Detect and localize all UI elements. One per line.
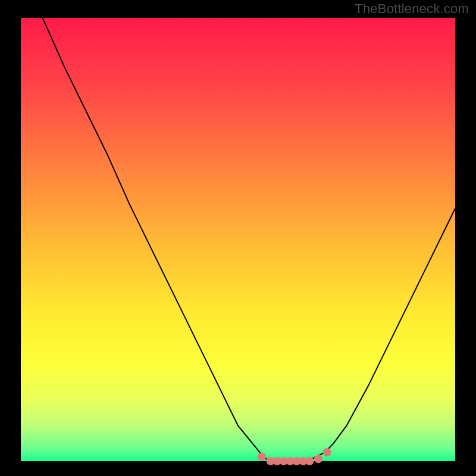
bottleneck-chart (0, 0, 476, 476)
attribution-label: TheBottleneck.com (355, 1, 469, 17)
plot-background (21, 18, 455, 461)
marker-point (258, 453, 266, 461)
marker-point (323, 448, 331, 456)
chart-frame: TheBottleneck.com (0, 0, 476, 476)
marker-point (305, 457, 314, 465)
marker-point (314, 455, 322, 463)
